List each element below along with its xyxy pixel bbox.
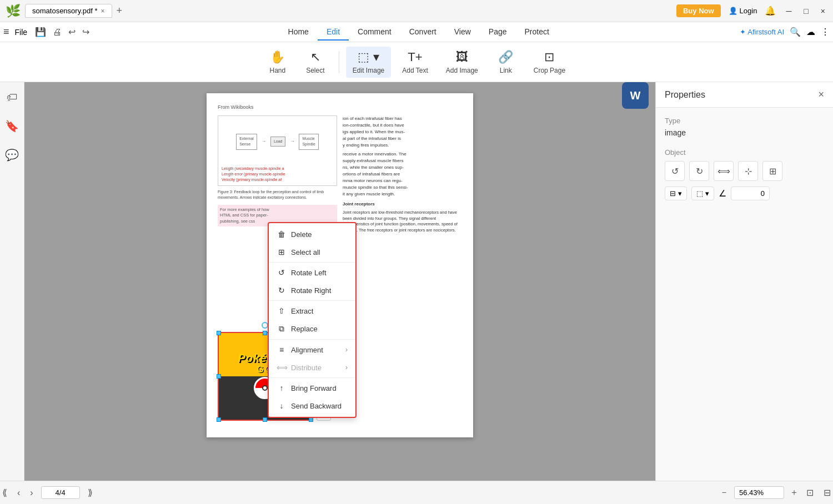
zoom-in-button[interactable]: ＋ [790, 487, 799, 498]
object-row2: ⊟ ▾ ⬚ ▾ ∠ [665, 187, 824, 200]
tab-view[interactable]: View [445, 24, 480, 41]
properties-close-button[interactable]: × [818, 89, 824, 100]
menubar: ≡ File 💾 🖨 ↩ ↪ Home Edit Comment Convert… [0, 22, 833, 42]
window-close-button[interactable]: × [819, 7, 827, 16]
notification-icon[interactable]: 🔔 [765, 6, 776, 16]
print-button[interactable]: 🖨 [51, 26, 64, 38]
tab-comment[interactable]: Comment [349, 24, 400, 41]
undo-button[interactable]: ↩ [66, 26, 78, 38]
add-image-icon: 🖼 [456, 50, 468, 64]
pdf-content-area: ExternalSense → Load → MuscleSpindle Len… [218, 115, 462, 233]
search-button[interactable]: 🔍 [790, 27, 801, 37]
ctx-rotate-right[interactable]: ↻ Rotate Right [269, 281, 355, 299]
ctx-replace-label: Replace [291, 325, 318, 333]
menu-right: ✦ Afirstsoft AI 🔍 ☁ ⋮ [740, 27, 830, 37]
ctx-delete[interactable]: 🗑 Delete [269, 225, 355, 243]
pdf-left-column: ExternalSense → Load → MuscleSpindle Len… [218, 115, 337, 233]
select-label: Select [306, 67, 324, 74]
ctx-extract[interactable]: ⇧ Extract [269, 302, 355, 320]
tab-add-button[interactable]: + [117, 5, 123, 17]
login-area[interactable]: 👤 Login [729, 7, 757, 15]
zoom-level-input[interactable] [734, 486, 784, 499]
fit-width-button[interactable]: ⊟ [821, 485, 833, 500]
ctx-send-backward[interactable]: ↓ Send Backward [269, 397, 355, 415]
resize-handle-bl[interactable] [217, 417, 221, 422]
link-label: Link [500, 67, 512, 74]
add-image-button[interactable]: 🖼 Add Image [439, 47, 485, 78]
tab-edit[interactable]: Edit [318, 24, 349, 41]
diagram-box1: ExternalSense [236, 134, 257, 150]
sidebar-bookmark-icon[interactable]: 🔖 [2, 116, 22, 136]
ctx-extract-label: Extract [291, 307, 313, 315]
align-dropdown[interactable]: ⊟ ▾ [665, 187, 687, 200]
resize-handle-bc[interactable] [263, 417, 267, 422]
window-restore-button[interactable]: □ [801, 7, 810, 16]
file-menu-label[interactable]: File [12, 27, 31, 38]
buy-now-button[interactable]: Buy Now [676, 4, 721, 17]
cloud-icon[interactable]: ☁ [806, 27, 815, 37]
tab-home[interactable]: Home [279, 24, 318, 41]
select-tool-button[interactable]: ↖ Select [299, 47, 332, 78]
sidebar-thumbnail-icon[interactable]: 🏷 [3, 88, 21, 107]
link-button[interactable]: 🔗 Link [489, 47, 523, 78]
pdf-figure-caption: Figure 3: Feedback loop for the percepti… [218, 189, 337, 200]
afirstsoft-ai-button[interactable]: ✦ Afirstsoft AI [740, 28, 784, 36]
edit-image-button[interactable]: ⬚ ▾ Edit Image [346, 47, 391, 78]
ctx-rotate-left[interactable]: ↺ Rotate Left [269, 264, 355, 281]
first-page-button[interactable]: ⟪ [0, 485, 9, 500]
select-icon: ↖ [310, 50, 320, 64]
align-dropdown-arrow: ▾ [678, 189, 682, 198]
window-minimize-button[interactable]: ─ [784, 7, 794, 16]
resize-handle-tc[interactable] [263, 331, 267, 335]
add-image-label: Add Image [446, 67, 478, 74]
resize-handle-br[interactable] [309, 417, 313, 422]
login-label: Login [740, 7, 757, 15]
menu-tabs: Home Edit Comment Convert View Page Prot… [98, 24, 739, 41]
type-label: Type [665, 117, 824, 125]
border-dropdown[interactable]: ⬚ ▾ [691, 187, 714, 200]
tab-page[interactable]: Page [480, 24, 516, 41]
rotate-ccw-button[interactable]: ↺ [665, 161, 685, 181]
pdf-right-column: ion of each intrafusal fiber hasion-cont… [343, 115, 462, 233]
rotate-right-icon: ↻ [277, 286, 287, 295]
page-number-input[interactable] [41, 486, 80, 499]
ctx-divider-4 [269, 377, 355, 378]
doc-area[interactable]: From Wikibooks ExternalSense → Load → Mu… [24, 82, 655, 481]
border-dropdown-arrow: ▾ [705, 189, 709, 198]
edit-image-icon: ⬚ ▾ [358, 50, 379, 64]
pdf-joint-text: Joint receptors are low-threshold mechan… [343, 210, 462, 233]
last-page-button[interactable]: ⟫ [86, 485, 95, 500]
object-label: Object [665, 148, 824, 157]
angle-input[interactable] [731, 187, 770, 200]
zoom-out-button[interactable]: － [720, 487, 729, 498]
crop-button[interactable]: ⊞ [762, 161, 782, 181]
add-text-button[interactable]: T+ Add Text [395, 47, 434, 78]
ctx-replace[interactable]: ⧉ Replace [269, 320, 355, 338]
tab-convert[interactable]: Convert [400, 24, 445, 41]
crop-page-button[interactable]: ⊡ Crop Page [527, 47, 572, 78]
rotate-cw-button[interactable]: ↻ [689, 161, 709, 181]
redo-button[interactable]: ↪ [80, 26, 92, 38]
ctx-alignment[interactable]: ≡ Alignment › [269, 341, 355, 359]
more-options-icon[interactable]: ⋮ [821, 27, 830, 37]
toolbar-divider [339, 51, 339, 73]
user-icon: 👤 [729, 7, 737, 15]
sidebar-comment-icon[interactable]: 💬 [2, 145, 22, 165]
tab-close-button[interactable]: × [101, 7, 105, 15]
resize-handle-tl[interactable] [217, 331, 221, 335]
fit-page-button[interactable]: ⊡ [804, 485, 816, 500]
ctx-select-all[interactable]: ⊞ Select all [269, 243, 355, 261]
flip-h-button[interactable]: ⟺ [714, 161, 734, 181]
hand-tool-button[interactable]: ✋ Hand [261, 47, 294, 78]
pdf-text-para1: ion of each intrafusal fiber hasion-cont… [343, 115, 462, 149]
flip-v-button[interactable]: ⊹ [738, 161, 758, 181]
next-page-button[interactable]: › [28, 486, 35, 500]
resize-handle-ml[interactable] [217, 374, 221, 379]
titlebar-tab[interactable]: somatosensory.pdf * × [25, 4, 112, 18]
ctx-bring-forward[interactable]: ↑ Bring Forward [269, 379, 355, 397]
save-button[interactable]: 💾 [33, 26, 48, 38]
tab-protect[interactable]: Protect [516, 24, 558, 41]
prev-page-button[interactable]: ‹ [15, 486, 22, 500]
titlebar-right: Buy Now 👤 Login 🔔 ─ □ × [676, 4, 827, 17]
hamburger-button[interactable]: ≡ [3, 26, 9, 38]
